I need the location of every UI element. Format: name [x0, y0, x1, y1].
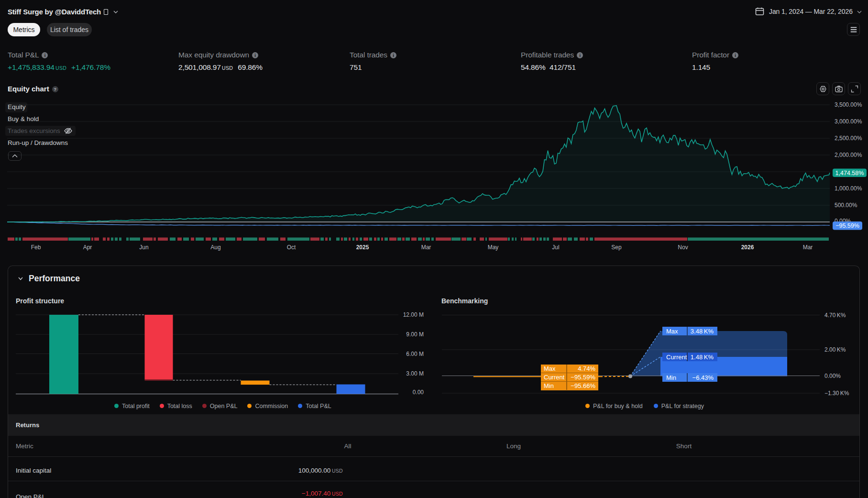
- svg-text:1,000.00%: 1,000.00%: [835, 185, 862, 192]
- svg-text:Jun: Jun: [139, 244, 148, 251]
- svg-text:−95.59%: −95.59%: [835, 222, 859, 229]
- svg-text:2025: 2025: [356, 244, 369, 251]
- svg-text:3,500.00%: 3,500.00%: [835, 101, 862, 108]
- svg-text:−1.30 K%: −1.30 K%: [824, 390, 849, 397]
- svg-text:4.70 K%: 4.70 K%: [824, 312, 846, 319]
- svg-text:Nov: Nov: [678, 244, 688, 251]
- svg-text:3,000.00%: 3,000.00%: [835, 118, 862, 125]
- svg-text:1,474.58%: 1,474.58%: [835, 170, 864, 177]
- svg-text:2026: 2026: [741, 244, 754, 251]
- svg-text:2,000.00%: 2,000.00%: [835, 152, 862, 158]
- svg-text:Mar: Mar: [803, 244, 813, 251]
- svg-text:2,500.00%: 2,500.00%: [835, 135, 862, 142]
- svg-text:Jul: Jul: [552, 244, 559, 251]
- svg-text:0.00%: 0.00%: [824, 373, 841, 379]
- svg-text:Sep: Sep: [611, 244, 622, 251]
- svg-text:2.00 K%: 2.00 K%: [824, 346, 846, 353]
- svg-text:500.00%: 500.00%: [835, 202, 857, 209]
- svg-text:Aug: Aug: [210, 244, 220, 251]
- svg-text:Oct: Oct: [287, 244, 296, 251]
- svg-text:May: May: [488, 244, 499, 251]
- svg-text:Feb: Feb: [31, 244, 41, 251]
- svg-text:Mar: Mar: [421, 244, 431, 251]
- svg-text:Apr: Apr: [83, 244, 92, 251]
